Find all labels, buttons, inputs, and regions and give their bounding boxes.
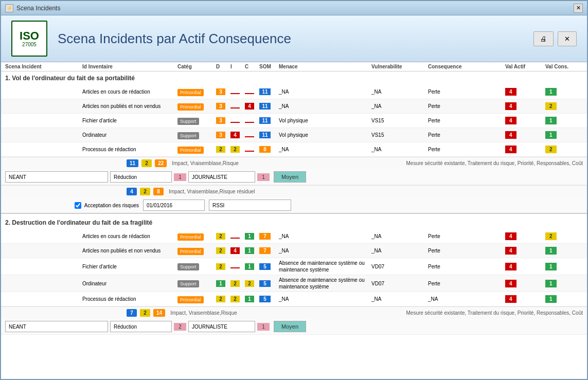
row-consequence: Perte — [428, 248, 505, 254]
accept-checkbox[interactable] — [75, 202, 81, 209]
row-vuln: VS15 — [371, 132, 428, 138]
table-row: Fichier d'article Support 3 11 Vol physi… — [1, 114, 587, 128]
section-1-rows: Articles en cours de rédaction Primordia… — [1, 85, 587, 157]
row-som: 5 — [259, 296, 279, 302]
header: ISO 27005 Scena Incidents par Actif Cons… — [1, 15, 587, 62]
section-1-summary2: 4 2 8 Impact, Vraisemblase,Risque résidu… — [1, 185, 587, 197]
row-val-actif: 4 — [505, 232, 545, 240]
s1-label3: Impact, Vraisemblase,Risque résiduel — [169, 189, 255, 194]
row-som: 5 — [259, 263, 279, 270]
row-menace: _NA — [279, 146, 371, 153]
row-i — [230, 263, 245, 269]
header-buttons: 🖨 ✕ — [533, 31, 577, 46]
s2-responsable-input[interactable] — [188, 321, 255, 332]
row-menace: _NA — [279, 296, 371, 302]
main-window: ⚡ Scena Incidents ✕ ISO 27005 Scena Inci… — [0, 0, 588, 380]
row-som: 8 — [259, 146, 279, 153]
window-title: Scena Incidents — [16, 5, 60, 12]
s1-traitement-input[interactable] — [110, 171, 172, 183]
s2-priorite: Moyen — [274, 321, 306, 332]
row-c — [245, 118, 259, 124]
s1-neant-input[interactable] — [5, 171, 108, 183]
row-c: 1 — [245, 263, 259, 270]
row-consequence: Perte — [428, 132, 505, 138]
col-vuln: Vulnerabilite — [371, 64, 428, 69]
s2-label2: Mesure sécurité existante, Traitement du… — [406, 310, 583, 316]
row-inventaire: Articles non publiés et non vendus — [82, 103, 177, 109]
row-som: 7 — [259, 247, 279, 254]
row-i: 2 — [230, 296, 245, 302]
row-val-cons: 1 — [545, 263, 576, 270]
table-row: Articles en cours de rédaction Primordia… — [1, 229, 587, 244]
accept-responsable[interactable] — [209, 200, 291, 211]
row-inventaire: Articles en cours de rédaction — [82, 89, 177, 95]
row-consequence: Perte — [428, 281, 505, 286]
row-categ: Primordial — [177, 296, 216, 302]
row-val-actif: 4 — [505, 263, 545, 270]
table-area: 1. Vol de l'ordinateur du fait de sa por… — [1, 71, 587, 379]
section-2-summary: 7 2 14 Impact, Vraisemblase,Risque Mesur… — [1, 306, 587, 319]
s1-responsable-input[interactable] — [188, 171, 255, 183]
row-val-cons: 2 — [545, 102, 576, 110]
row-c — [245, 132, 259, 138]
s2-neant-input[interactable] — [5, 321, 108, 332]
row-i — [230, 118, 245, 124]
row-som: 11 — [259, 132, 279, 138]
row-d: 2 — [216, 146, 230, 153]
row-inventaire: Articles en cours de rédaction — [82, 233, 177, 239]
row-i: 4 — [230, 247, 245, 254]
row-menace: Absence de maintenance système ou mainte… — [279, 260, 371, 273]
row-c: 4 — [245, 103, 259, 110]
row-inventaire: Ordinateur — [82, 281, 177, 286]
row-i — [230, 233, 245, 240]
row-d: 3 — [216, 103, 230, 110]
row-menace: _NA — [279, 233, 371, 240]
row-vuln: _NA — [371, 248, 428, 254]
row-consequence: Perte — [428, 233, 505, 239]
row-categ: Primordial — [177, 89, 216, 95]
col-c: C — [245, 64, 259, 69]
print-button[interactable]: 🖨 — [533, 31, 554, 46]
row-val-actif: 4 — [505, 146, 545, 153]
s2-traitement-input[interactable] — [110, 321, 172, 332]
row-vuln: _NA — [371, 296, 428, 302]
col-scena-incident: Scena Incident — [5, 64, 82, 69]
accept-date[interactable] — [143, 200, 205, 211]
row-d: 1 — [216, 280, 230, 287]
app-icon: ⚡ — [5, 4, 13, 12]
s1-b2-orange: 8 — [153, 188, 164, 195]
row-categ: Support — [177, 263, 216, 269]
row-vuln: _NA — [371, 147, 428, 152]
row-val-cons: 2 — [545, 146, 576, 153]
row-c: 1 — [245, 296, 259, 302]
section-2: 2. Destruction de l'ordinateur du fait d… — [1, 216, 587, 335]
row-som: 11 — [259, 103, 279, 110]
s1-b2-yellow: 2 — [140, 188, 150, 195]
row-inventaire: Ordinateur — [82, 132, 177, 138]
window-close-button[interactable]: ✕ — [574, 4, 583, 13]
row-d: 2 — [216, 247, 230, 254]
col-val-actif: Val Actif — [505, 64, 545, 69]
table-row: Ordinateur Support 1 2 2 5 Absence de ma… — [1, 275, 587, 292]
row-categ: Support — [177, 118, 216, 124]
row-menace: _NA — [279, 88, 371, 95]
s2-resp-val: 1 — [257, 323, 270, 331]
row-c — [245, 147, 259, 153]
row-categ: Primordial — [177, 248, 216, 254]
row-categ: Support — [177, 280, 216, 286]
row-val-cons: 1 — [545, 117, 576, 124]
close-button[interactable]: ✕ — [558, 31, 577, 46]
s2-orange-badge: 14 — [153, 309, 165, 317]
col-consequence: Consequence — [428, 64, 505, 69]
row-d: 3 — [216, 88, 230, 95]
row-menace: Absence de maintenance système ou mainte… — [279, 277, 371, 290]
row-i: 4 — [230, 132, 245, 138]
section-1-summary: 11 2 22 Impact, Vraisemblase,Risque Mesu… — [1, 157, 587, 169]
row-i: 2 — [230, 280, 245, 287]
row-val-actif: 4 — [505, 88, 545, 96]
row-som: 7 — [259, 233, 279, 240]
row-consequence: Perte — [428, 103, 505, 109]
section-2-detail1: 2 1 Moyen — [1, 319, 587, 335]
row-val-cons: 1 — [545, 295, 576, 303]
s1-yellow-badge: 2 — [141, 159, 152, 167]
